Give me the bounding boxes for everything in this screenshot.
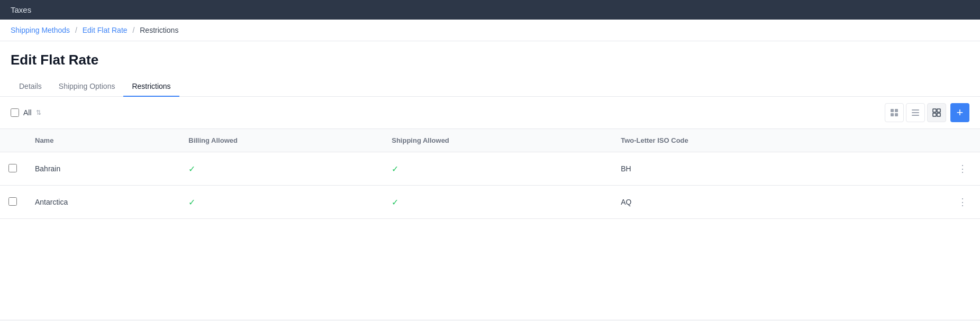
row-actions-1: ⋮ bbox=[873, 186, 980, 219]
tab-restrictions[interactable]: Restrictions bbox=[123, 77, 179, 97]
toolbar-right: + bbox=[885, 103, 969, 122]
breadcrumb-shipping-methods[interactable]: Shipping Methods bbox=[11, 26, 70, 34]
svg-rect-6 bbox=[912, 115, 919, 116]
grid-view-button[interactable] bbox=[885, 103, 904, 122]
tabs: Details Shipping Options Restrictions bbox=[0, 77, 980, 97]
row-name-1: Antarctica bbox=[26, 186, 180, 219]
svg-rect-5 bbox=[912, 112, 919, 113]
grid-view-icon bbox=[890, 108, 899, 117]
row-actions-0: ⋮ bbox=[873, 152, 980, 186]
row-shipping-1: ✓ bbox=[383, 186, 612, 219]
svg-rect-2 bbox=[891, 113, 894, 116]
col-shipping-allowed: Shipping Allowed bbox=[383, 129, 612, 152]
row-checkbox-cell bbox=[0, 152, 26, 186]
row-iso-1: AQ bbox=[612, 186, 873, 219]
col-checkbox bbox=[0, 129, 26, 152]
toolbar-left: All ⇅ bbox=[11, 108, 41, 117]
select-all-checkbox[interactable] bbox=[11, 108, 19, 117]
breadcrumb-edit-flat-rate[interactable]: Edit Flat Rate bbox=[83, 26, 128, 34]
svg-rect-10 bbox=[937, 113, 940, 116]
table-container: Name Billing Allowed Shipping Allowed Tw… bbox=[0, 129, 980, 219]
row-billing-0: ✓ bbox=[180, 152, 383, 186]
row-shipping-0: ✓ bbox=[383, 152, 612, 186]
breadcrumb-current: Restrictions bbox=[140, 26, 178, 34]
svg-rect-3 bbox=[895, 113, 898, 116]
main-content: Shipping Methods / Edit Flat Rate / Rest… bbox=[0, 20, 980, 319]
row-iso-0: BH bbox=[612, 152, 873, 186]
col-iso-code: Two-Letter ISO Code bbox=[612, 129, 873, 152]
row-checkbox-1[interactable] bbox=[8, 197, 17, 206]
svg-rect-0 bbox=[891, 109, 894, 112]
shipping-check-icon: ✓ bbox=[392, 198, 398, 207]
table-header-row: Name Billing Allowed Shipping Allowed Tw… bbox=[0, 129, 980, 152]
billing-check-icon: ✓ bbox=[188, 164, 195, 173]
breadcrumb-separator-2: / bbox=[132, 26, 134, 34]
row-billing-1: ✓ bbox=[180, 186, 383, 219]
toolbar: All ⇅ bbox=[0, 97, 980, 129]
page-title: Edit Flat Rate bbox=[0, 41, 980, 68]
top-bar-title: Taxes bbox=[11, 5, 31, 14]
tab-shipping-options[interactable]: Shipping Options bbox=[50, 77, 124, 97]
shipping-check-icon: ✓ bbox=[392, 164, 398, 173]
add-button[interactable]: + bbox=[950, 103, 969, 122]
restrictions-table: Name Billing Allowed Shipping Allowed Tw… bbox=[0, 129, 980, 219]
row-more-button-0[interactable]: ⋮ bbox=[954, 161, 972, 177]
list-view-icon bbox=[911, 108, 920, 117]
row-name-0: Bahrain bbox=[26, 152, 180, 186]
table-row: Bahrain ✓ ✓ BH ⋮ bbox=[0, 152, 980, 186]
col-actions bbox=[873, 129, 980, 152]
row-more-button-1[interactable]: ⋮ bbox=[954, 194, 972, 210]
table-row: Antarctica ✓ ✓ AQ ⋮ bbox=[0, 186, 980, 219]
row-checkbox-cell bbox=[0, 186, 26, 219]
svg-rect-7 bbox=[933, 109, 936, 112]
col-billing-allowed: Billing Allowed bbox=[180, 129, 383, 152]
all-label: All bbox=[23, 108, 32, 117]
table-view-button[interactable] bbox=[927, 103, 946, 122]
breadcrumb-separator-1: / bbox=[75, 26, 77, 34]
svg-rect-8 bbox=[937, 109, 940, 112]
row-checkbox-0[interactable] bbox=[8, 164, 17, 172]
list-view-button[interactable] bbox=[906, 103, 925, 122]
top-bar: Taxes bbox=[0, 0, 980, 20]
svg-rect-9 bbox=[933, 113, 936, 116]
table-view-icon bbox=[932, 108, 941, 117]
svg-rect-4 bbox=[912, 109, 919, 111]
sort-icon[interactable]: ⇅ bbox=[36, 109, 41, 116]
breadcrumb: Shipping Methods / Edit Flat Rate / Rest… bbox=[0, 20, 980, 41]
tab-details[interactable]: Details bbox=[11, 77, 50, 97]
col-name: Name bbox=[26, 129, 180, 152]
svg-rect-1 bbox=[895, 109, 898, 112]
billing-check-icon: ✓ bbox=[188, 198, 195, 207]
